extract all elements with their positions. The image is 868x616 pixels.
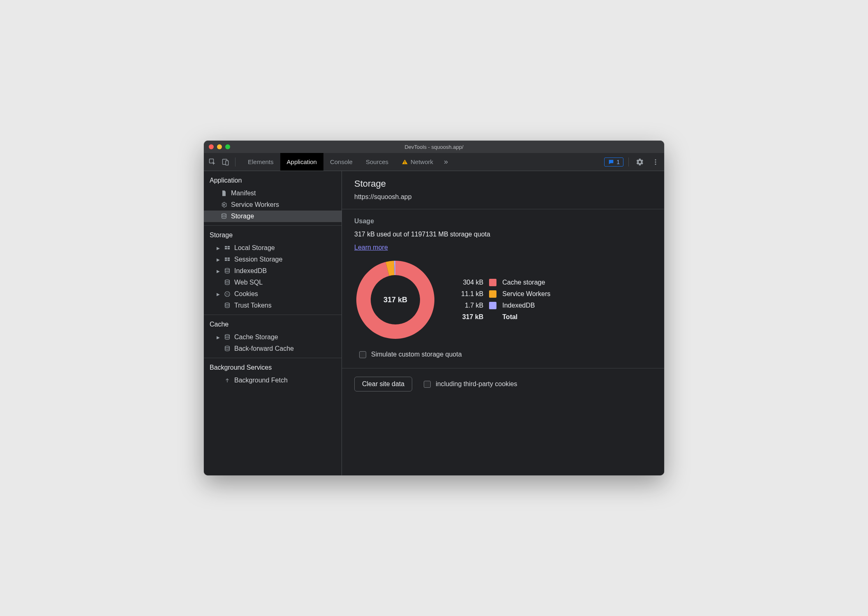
svg-rect-16 — [225, 259, 227, 261]
sidebar-item-background-fetch[interactable]: Background Fetch — [204, 375, 342, 386]
sidebar-item-cookies[interactable]: ▶ Cookies — [204, 288, 342, 300]
svg-point-20 — [225, 292, 230, 296]
devtools-window: DevTools - squoosh.app/ Elements Applica… — [204, 141, 664, 475]
svg-point-25 — [225, 303, 230, 304]
usage-heading: Usage — [354, 218, 652, 225]
legend-total-value: 317 kB — [461, 313, 483, 321]
storage-header: Storage https://squoosh.app — [342, 171, 664, 209]
maximize-window-button[interactable] — [225, 144, 230, 149]
device-toolbar-icon[interactable] — [220, 157, 231, 167]
svg-rect-13 — [228, 248, 230, 249]
tab-elements[interactable]: Elements — [241, 153, 280, 171]
legend-value: 11.1 kB — [461, 290, 483, 298]
svg-point-18 — [225, 268, 230, 270]
sidebar-item-cache-storage[interactable]: ▶ Cache Storage — [204, 331, 342, 343]
sidebar-section-application: Application Manifest Service Workers Sto… — [204, 171, 342, 226]
devtools-tabs: Elements Application Console Sources Net… — [241, 153, 452, 171]
section-title: Cache — [204, 317, 342, 331]
inspect-element-icon[interactable] — [207, 157, 218, 167]
issues-count: 1 — [616, 159, 620, 165]
third-party-cookies-checkbox[interactable] — [424, 381, 431, 388]
database-icon — [224, 345, 231, 352]
storage-panel: Storage https://squoosh.app Usage 317 kB… — [342, 171, 664, 475]
svg-rect-2 — [226, 160, 229, 165]
sidebar-item-label: Storage — [231, 213, 254, 220]
database-icon — [224, 279, 231, 286]
sidebar-item-storage[interactable]: Storage — [204, 211, 342, 222]
learn-more-link[interactable]: Learn more — [354, 244, 388, 251]
sidebar-item-session-storage[interactable]: ▶ Session Storage — [204, 254, 342, 265]
file-icon — [220, 190, 228, 197]
usage-donut-chart: 317 kB — [354, 259, 436, 341]
sidebar-item-service-workers[interactable]: Service Workers — [204, 199, 342, 211]
origin-url: https://squoosh.app — [354, 193, 652, 201]
caret-right-icon: ▶ — [216, 269, 220, 273]
sidebar-item-label: Cookies — [234, 290, 258, 298]
clear-site-data-button[interactable]: Clear site data — [354, 377, 412, 391]
sidebar-item-bfcache[interactable]: Back-forward Cache — [204, 343, 342, 354]
svg-rect-11 — [228, 246, 230, 247]
sidebar-item-label: Cache Storage — [234, 333, 278, 341]
sidebar-item-websql[interactable]: Web SQL — [204, 277, 342, 288]
sidebar-item-trust-tokens[interactable]: Trust Tokens — [204, 300, 342, 311]
issues-badge[interactable]: 1 — [604, 157, 623, 167]
upload-icon — [224, 377, 231, 384]
svg-point-26 — [225, 334, 230, 336]
donut-center-label: 317 kB — [354, 259, 436, 341]
sidebar-item-local-storage[interactable]: ▶ Local Storage — [204, 242, 342, 254]
tabs-overflow-button[interactable]: » — [440, 153, 452, 171]
minimize-window-button[interactable] — [217, 144, 222, 149]
toolbar-separator — [235, 157, 235, 167]
section-title: Background Services — [204, 361, 342, 375]
tab-sources[interactable]: Sources — [359, 153, 395, 171]
svg-point-6 — [655, 161, 656, 162]
svg-rect-15 — [228, 257, 230, 259]
section-title: Application — [204, 174, 342, 188]
sidebar-section-cache: Cache ▶ Cache Storage Back-forward Cache — [204, 315, 342, 358]
svg-point-5 — [655, 159, 656, 160]
legend-value: 1.7 kB — [461, 302, 483, 309]
toolbar-left — [207, 153, 241, 171]
caret-right-icon: ▶ — [216, 335, 220, 340]
simulate-quota-label: Simulate custom storage quota — [371, 351, 462, 358]
third-party-cookies-label: including third-party cookies — [436, 380, 517, 388]
gear-icon — [636, 158, 644, 166]
sidebar-item-label: Local Storage — [234, 244, 275, 252]
svg-point-7 — [655, 163, 656, 164]
caret-right-icon: ▶ — [216, 292, 220, 296]
legend-label: Cache storage — [502, 279, 550, 286]
database-icon — [220, 213, 228, 220]
tab-console[interactable]: Console — [323, 153, 359, 171]
sidebar-item-label: Background Fetch — [234, 377, 288, 384]
svg-point-21 — [226, 293, 227, 294]
message-icon — [608, 159, 614, 165]
devtools-toolbar: Elements Application Console Sources Net… — [204, 153, 664, 171]
tab-label: Elements — [248, 158, 274, 165]
simulate-quota-row: Simulate custom storage quota — [354, 351, 652, 358]
more-options-button[interactable] — [649, 156, 662, 168]
settings-button[interactable] — [634, 156, 646, 168]
chevron-double-right-icon: » — [444, 157, 448, 166]
toolbar-right: 1 — [602, 153, 662, 171]
svg-rect-3 — [404, 161, 405, 162]
titlebar: DevTools - squoosh.app/ — [204, 141, 664, 153]
gear-icon — [220, 201, 228, 208]
tab-network[interactable]: Network — [395, 153, 440, 171]
devtools-body: Application Manifest Service Workers Sto… — [204, 171, 664, 475]
sidebar-item-label: Manifest — [231, 190, 256, 197]
sidebar-item-indexeddb[interactable]: ▶ IndexedDB — [204, 265, 342, 277]
svg-point-19 — [225, 280, 230, 281]
svg-point-27 — [225, 346, 230, 347]
third-party-row: including third-party cookies — [424, 380, 517, 388]
tab-application[interactable]: Application — [280, 153, 323, 171]
sidebar-item-label: Service Workers — [231, 201, 279, 208]
close-window-button[interactable] — [209, 144, 214, 149]
legend-label: Service Workers — [502, 290, 550, 298]
svg-rect-12 — [225, 248, 227, 249]
svg-rect-17 — [228, 259, 230, 261]
simulate-quota-checkbox[interactable] — [359, 351, 366, 358]
cookie-icon — [224, 290, 231, 298]
svg-rect-4 — [404, 163, 405, 163]
sidebar-item-manifest[interactable]: Manifest — [204, 188, 342, 199]
section-title: Storage — [204, 228, 342, 242]
